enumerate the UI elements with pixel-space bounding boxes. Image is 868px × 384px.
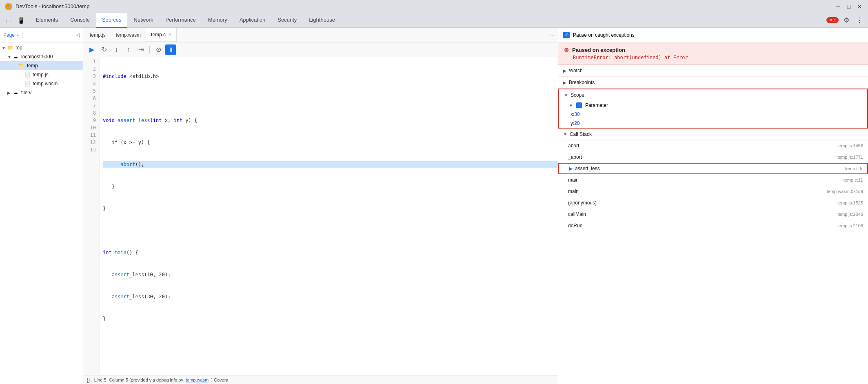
scope-param-row[interactable]: ▼ f Parameter bbox=[559, 101, 867, 110]
tree-item-top[interactable]: ▼ 📁 top bbox=[0, 43, 83, 52]
ln-10: 10 bbox=[83, 124, 96, 131]
callstack-row-anonymous[interactable]: (anonymous) temp.js:1525 bbox=[558, 197, 868, 209]
pause-exceptions-row: ✓ Pause on caught exceptions bbox=[558, 28, 868, 42]
cloud-icon-localhost: ☁ bbox=[13, 54, 20, 60]
device-icon[interactable]: 📱 bbox=[16, 15, 26, 26]
devtools-left-icons: ⬚ 📱 bbox=[3, 15, 26, 26]
src-tab-temp-c[interactable]: temp.c ✕ bbox=[146, 28, 177, 42]
deactivate-breakpoints-icon[interactable]: ⊘ bbox=[153, 44, 164, 55]
tree-item-temp-js[interactable]: 📄 temp.js bbox=[0, 70, 83, 79]
left-panel-menu-icon[interactable]: ⋮ bbox=[20, 32, 25, 38]
status-bar: {} Line 5, Column 5 (provided via debug … bbox=[83, 375, 558, 384]
tab-performance[interactable]: Performance bbox=[160, 13, 201, 28]
code-line-6: } bbox=[103, 183, 558, 190]
inspect-icon[interactable]: ⬚ bbox=[3, 15, 14, 26]
ln-1: 1 bbox=[83, 58, 96, 65]
step-over-button[interactable]: ↻ bbox=[99, 44, 109, 55]
watch-label: Watch bbox=[569, 68, 583, 73]
callstack-row-callmain[interactable]: callMain temp.js:2046 bbox=[558, 209, 868, 220]
call-fn-anonymous: (anonymous) bbox=[568, 200, 597, 206]
tab-console[interactable]: Console bbox=[64, 13, 95, 28]
callstack-row-main-c[interactable]: main temp.c:11 bbox=[558, 174, 868, 186]
callstack-row-dorun[interactable]: doRun temp.js:2106 bbox=[558, 220, 868, 231]
error-badge[interactable]: ✕ 1 bbox=[826, 17, 839, 23]
pause-exceptions-checkbox[interactable]: ✓ bbox=[563, 32, 570, 38]
watch-header[interactable]: ▶ Watch bbox=[558, 65, 868, 76]
scope-x-row[interactable]: x: 30 bbox=[559, 110, 867, 119]
ln-2: 2 bbox=[83, 65, 96, 73]
code-line-4: if (x >= y) { bbox=[103, 139, 558, 146]
call-fn-_abort: _abort bbox=[568, 154, 582, 160]
tree-arrow-top: ▼ bbox=[2, 46, 7, 50]
call-loc-main-wasm: temp.wasm:0x1d9 bbox=[827, 189, 863, 194]
step-button[interactable]: ⇥ bbox=[135, 44, 146, 55]
close-tab-icon[interactable]: ✕ bbox=[168, 32, 171, 37]
ln-13: 13 bbox=[83, 146, 96, 153]
resume-button[interactable]: ▶ bbox=[87, 44, 97, 55]
callstack-header[interactable]: ▼ Call Stack bbox=[558, 129, 868, 140]
folder-icon-top: 📁 bbox=[7, 45, 14, 51]
exception-title: ⊗ Paused on exception bbox=[564, 47, 862, 53]
left-panel-header: Page » ⋮ ◁ bbox=[0, 28, 83, 42]
tree-item-file[interactable]: ▶ ☁ file:// bbox=[0, 88, 83, 97]
new-tab-icon[interactable]: ⋯ bbox=[548, 31, 556, 39]
file-icon-temp-wasm: 📄 bbox=[24, 81, 31, 87]
tab-sources[interactable]: Sources bbox=[96, 13, 127, 28]
debug-toolbar: ▶ ↻ ↓ ↑ ⇥ ⊘ ⏸ bbox=[83, 42, 558, 57]
param-label: Parameter bbox=[585, 102, 608, 108]
tab-memory[interactable]: Memory bbox=[202, 13, 233, 28]
src-tab-temp-js[interactable]: temp.js bbox=[85, 28, 111, 42]
status-text: Line 5, Column 5 (provided via debug inf… bbox=[94, 377, 183, 382]
code-panel[interactable]: 1 2 3 4 5 6 7 8 9 10 11 12 13 bbox=[83, 57, 558, 375]
close-button[interactable]: ✕ bbox=[856, 3, 863, 10]
file-icon-temp-js: 📄 bbox=[24, 72, 31, 78]
tree-item-temp[interactable]: 📁 temp bbox=[0, 61, 83, 70]
window-title: DevTools - localhost:5000/temp bbox=[16, 3, 831, 9]
call-fn-callmain: callMain bbox=[568, 211, 586, 217]
maximize-button[interactable]: □ bbox=[845, 3, 852, 10]
double-arrow-icon[interactable]: » bbox=[16, 33, 19, 38]
panel-collapse-icon[interactable]: ◁ bbox=[76, 32, 80, 38]
page-tab[interactable]: Page bbox=[3, 32, 15, 38]
watch-section: ▶ Watch bbox=[558, 65, 868, 77]
callstack-row-assert_less[interactable]: ▶ assert_less temp.c:5 bbox=[558, 163, 868, 174]
breakpoints-arrow-icon: ▶ bbox=[563, 80, 566, 85]
step-into-button[interactable]: ↓ bbox=[111, 44, 122, 55]
code-area: 1 2 3 4 5 6 7 8 9 10 11 12 13 bbox=[83, 57, 558, 375]
code-line-9: int main() { bbox=[103, 249, 558, 256]
scope-header[interactable]: ▼ Scope bbox=[559, 89, 867, 101]
tree-item-temp-wasm[interactable]: 📄 temp.wasm bbox=[0, 79, 83, 88]
code-line-8 bbox=[103, 227, 558, 234]
callstack-row-_abort[interactable]: _abort temp.js:1771 bbox=[558, 151, 868, 163]
tab-network[interactable]: Network bbox=[128, 13, 159, 28]
scope-y-value: 20 bbox=[574, 120, 579, 126]
call-fn-main-c: main bbox=[568, 177, 579, 183]
tab-elements[interactable]: Elements bbox=[30, 13, 64, 28]
code-line-11: assert_less(30, 20); bbox=[103, 293, 558, 300]
src-tab-temp-wasm[interactable]: temp.wasm bbox=[111, 28, 146, 42]
call-fn-dorun: doRun bbox=[568, 223, 582, 229]
more-options-icon[interactable]: ⋮ bbox=[854, 15, 865, 26]
left-panel: Page » ⋮ ◁ ▼ 📁 top ▼ ☁ localhost:5000 📁 … bbox=[0, 28, 83, 384]
tab-security[interactable]: Security bbox=[272, 13, 302, 28]
call-loc-_abort: temp.js:1771 bbox=[837, 155, 863, 160]
ln-12: 12 bbox=[83, 139, 96, 146]
step-out-button[interactable]: ↑ bbox=[123, 44, 134, 55]
pause-button[interactable]: ⏸ bbox=[165, 44, 176, 55]
tree-item-localhost[interactable]: ▼ ☁ localhost:5000 bbox=[0, 52, 83, 61]
breakpoints-label: Breakpoints bbox=[569, 80, 595, 85]
scope-y-row[interactable]: y: 20 bbox=[559, 119, 867, 128]
callstack-row-abort[interactable]: abort temp.js:1456 bbox=[558, 140, 868, 151]
status-wasm-link[interactable]: temp.wasm bbox=[186, 377, 209, 382]
minimize-button[interactable]: ─ bbox=[835, 3, 842, 10]
code-line-3: void assert_less(int x, int y) { bbox=[103, 117, 558, 124]
settings-icon[interactable]: ⚙ bbox=[841, 15, 852, 26]
ln-7: 7 bbox=[83, 102, 96, 109]
breakpoints-section: ▶ Breakpoints bbox=[558, 77, 868, 89]
callstack-row-main-wasm[interactable]: main temp.wasm:0x1d9 bbox=[558, 186, 868, 197]
callstack-arrow-icon: ▼ bbox=[563, 132, 567, 136]
tab-lighthouse[interactable]: Lighthouse bbox=[303, 13, 341, 28]
tab-application[interactable]: Application bbox=[234, 13, 271, 28]
breakpoints-header[interactable]: ▶ Breakpoints bbox=[558, 77, 868, 88]
call-fn-abort: abort bbox=[568, 143, 579, 149]
